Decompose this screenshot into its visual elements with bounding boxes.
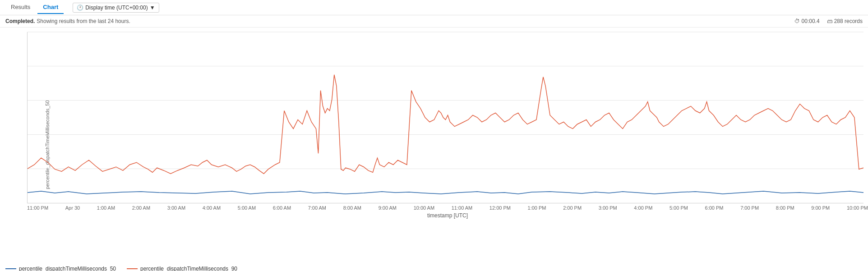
legend-label-p90: percentile_dispatchTimeMilliseconds_90: [140, 266, 237, 271]
status-bar: Completed. Showing results from the last…: [0, 15, 868, 28]
legend-item-p90: percentile_dispatchTimeMilliseconds_90: [127, 266, 237, 271]
chart-area: percentile_dispatchTimeMilliseconds_50 0…: [0, 28, 868, 262]
x-tick: 3:00 PM: [599, 205, 617, 211]
x-tick: 4:00 PM: [634, 205, 652, 211]
chevron-down-icon: ▼: [150, 5, 155, 11]
x-tick: 6:00 AM: [273, 205, 291, 211]
chart-legend: percentile_dispatchTimeMilliseconds_50 p…: [0, 262, 868, 271]
status-message: Showing results from the last 24 hours.: [37, 18, 130, 24]
x-tick: 6:00 PM: [705, 205, 724, 211]
x-tick: 7:00 PM: [740, 205, 759, 211]
display-time-label: Display time (UTC+00:00): [85, 5, 148, 11]
x-tick: 1:00 PM: [528, 205, 546, 211]
x-tick: 5:00 PM: [669, 205, 688, 211]
x-tick: Apr 30: [65, 205, 80, 211]
x-axis-title: timestamp [UTC]: [27, 212, 868, 219]
x-tick: 7:00 AM: [308, 205, 326, 211]
records-icon: 🗃: [827, 18, 832, 24]
line-p50: [28, 191, 863, 194]
x-tick: 10:00 AM: [414, 205, 434, 211]
x-tick: 11:00 AM: [452, 205, 472, 211]
x-tick: 2:00 AM: [132, 205, 150, 211]
x-tick: 1:00 AM: [97, 205, 115, 211]
chart-svg: [28, 32, 863, 203]
legend-line-red: [127, 268, 138, 269]
tab-bar: Results Chart 🕐 Display time (UTC+00:00)…: [0, 0, 868, 15]
display-time-button[interactable]: 🕐 Display time (UTC+00:00) ▼: [73, 3, 159, 13]
x-tick: 11:00 PM: [27, 205, 48, 211]
x-axis-labels: 11:00 PM Apr 30 1:00 AM 2:00 AM 3:00 AM …: [27, 205, 868, 211]
x-tick: 2:00 PM: [563, 205, 582, 211]
x-tick: 8:00 AM: [343, 205, 361, 211]
line-p90: [28, 75, 863, 174]
legend-item-p50: percentile_dispatchTimeMilliseconds_50: [5, 266, 116, 271]
status-time: ⏱ 00:00.4: [794, 18, 820, 24]
x-tick: 4:00 AM: [203, 205, 221, 211]
x-tick: 3:00 AM: [167, 205, 185, 211]
clock-icon: 🕐: [77, 5, 83, 11]
legend-label-p50: percentile_dispatchTimeMilliseconds_50: [19, 266, 116, 271]
status-records: 🗃 288 records: [827, 18, 863, 24]
x-tick: 8:00 PM: [776, 205, 794, 211]
x-tick: 12:00 PM: [489, 205, 511, 211]
x-tick: 5:00 AM: [238, 205, 256, 211]
records-value: 288 records: [834, 18, 863, 24]
tab-results[interactable]: Results: [5, 1, 36, 14]
chart-inner: [27, 32, 863, 203]
x-tick: 9:00 AM: [379, 205, 397, 211]
legend-line-blue: [5, 268, 16, 269]
x-tick: 9:00 PM: [811, 205, 830, 211]
timer-icon: ⏱: [794, 18, 800, 24]
status-completed: Completed.: [5, 18, 35, 24]
duration-value: 00:00.4: [802, 18, 820, 24]
x-tick: 10:00 PM: [847, 205, 868, 211]
tab-chart[interactable]: Chart: [37, 1, 64, 14]
